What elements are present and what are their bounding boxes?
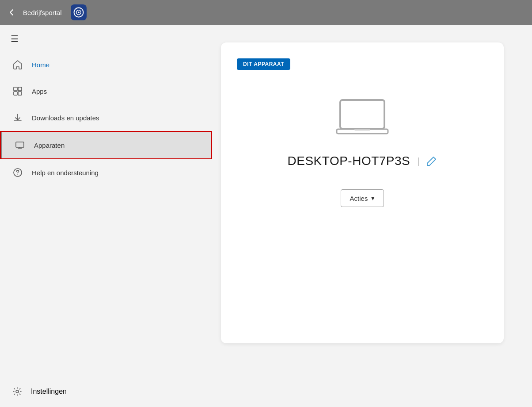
svg-point-10 [16,390,19,393]
svg-rect-7 [16,142,24,147]
sidebar-item-help[interactable]: Help en ondersteuning [0,159,212,186]
sidebar-item-apparaten-label: Apparaten [34,142,65,149]
sidebar-item-instellingen-label: Instellingen [31,388,67,395]
acties-label: Acties [350,195,368,202]
sidebar-item-downloads-label: Downloads en updates [32,114,99,122]
svg-rect-3 [14,87,17,91]
settings-icon [12,387,22,396]
device-name-row: DESKTOP-HOT7P3S | [288,154,437,168]
help-icon [12,167,23,178]
separator: | [417,156,419,166]
device-badge: DIT APPARAAT [237,58,290,70]
app-header: Bedrijfsportal [0,0,532,25]
device-name: DESKTOP-HOT7P3S [288,154,410,168]
device-card: DIT APPARAAT DESKTOP-HOT7P3S | [221,42,504,343]
svg-point-2 [78,12,80,13]
back-button[interactable] [7,8,16,17]
sidebar-item-apparaten-wrapper: Apparaten [0,131,212,159]
sidebar-item-apparaten[interactable]: Apparaten [1,132,211,158]
app-title: Bedrijfsportal [23,9,62,16]
edit-button[interactable] [426,156,437,166]
svg-point-9 [17,174,18,175]
main-layout: ☰ Home [0,25,532,407]
sidebar-item-apps-label: Apps [32,88,47,95]
home-icon [12,59,23,70]
svg-rect-4 [18,87,22,91]
svg-rect-13 [354,129,370,131]
apps-icon [12,86,23,96]
sidebar-item-help-label: Help en ondersteuning [32,169,99,177]
sidebar-item-home[interactable]: Home [0,51,212,78]
laptop-icon [336,96,389,136]
content-area: DIT APPARAAT DESKTOP-HOT7P3S | [212,25,532,407]
download-icon [12,112,23,123]
acties-button[interactable]: Acties ▾ [341,189,384,207]
device-icon [15,140,25,150]
sidebar-item-home-label: Home [32,61,49,69]
device-icon-area [336,96,389,136]
menu-toggle[interactable]: ☰ [0,25,212,51]
sidebar-nav: Home Apps [0,51,212,376]
sidebar-item-downloads[interactable]: Downloads en updates [0,104,212,131]
acties-chevron: ▾ [371,194,375,202]
sidebar-item-instellingen[interactable]: Instellingen [0,376,212,407]
sidebar-item-apps[interactable]: Apps [0,78,212,104]
app-logo [71,4,87,20]
sidebar: ☰ Home [0,25,212,407]
svg-rect-11 [340,100,384,129]
svg-rect-5 [14,92,17,95]
svg-rect-6 [18,92,22,95]
